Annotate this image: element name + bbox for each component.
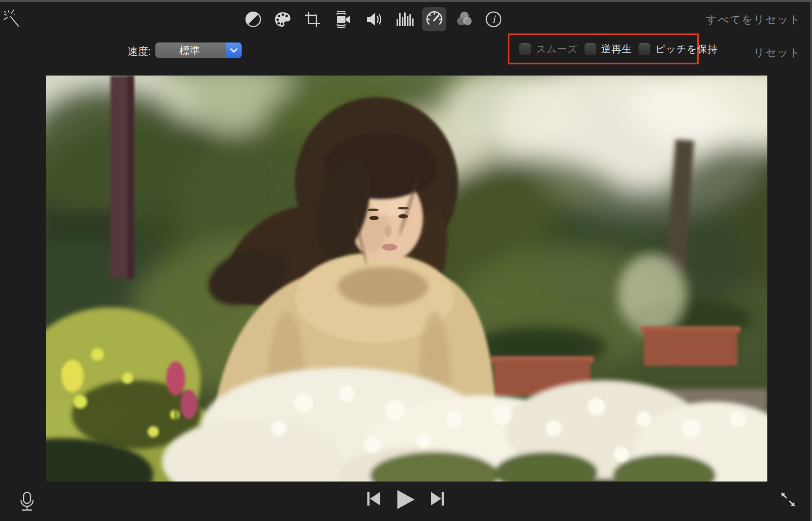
- playback-bar: [0, 482, 812, 521]
- imovie-adjust-window: i すべてをリセット 速度: 標準 スムーズ 逆再生 ピッチを保持 リセット: [0, 0, 812, 521]
- info-button[interactable]: i: [482, 7, 506, 31]
- window-top-edge: [0, 0, 812, 2]
- color-correction-button[interactable]: [270, 7, 294, 31]
- color-palette-icon: [273, 10, 292, 29]
- filters-button[interactable]: [452, 7, 476, 31]
- skip-back-icon: [366, 490, 382, 507]
- volume-icon: [365, 10, 384, 29]
- color-balance-button[interactable]: [241, 7, 265, 31]
- contrast-icon: [244, 10, 262, 28]
- stabilization-icon: [333, 9, 353, 29]
- volume-button[interactable]: [362, 7, 386, 31]
- reset-all-button[interactable]: すべてをリセット: [706, 12, 801, 27]
- noise-reduction-button[interactable]: [392, 7, 416, 31]
- noise-equalizer-icon: [395, 10, 414, 29]
- smooth-checkbox-label: スムーズ: [536, 42, 578, 56]
- speed-label: 速度:: [124, 45, 151, 58]
- reverse-checkbox-box[interactable]: [584, 43, 597, 55]
- skip-back-button[interactable]: [366, 490, 382, 507]
- chevron-down-icon: [226, 42, 242, 58]
- preserve-pitch-checkbox[interactable]: ピッチを保持: [638, 42, 718, 56]
- stabilization-button[interactable]: [331, 7, 355, 31]
- smooth-checkbox-box[interactable]: [519, 43, 531, 55]
- enhance-wand-icon: [3, 9, 21, 27]
- window-scrollbar-strip[interactable]: [810, 2, 812, 521]
- fullscreen-icon: [779, 491, 797, 509]
- reset-button[interactable]: リセット: [754, 45, 801, 60]
- video-frame-image: [46, 76, 767, 482]
- play-button[interactable]: [396, 489, 415, 510]
- preserve-pitch-checkbox-label: ピッチを保持: [655, 42, 718, 56]
- skip-forward-button[interactable]: [429, 490, 445, 507]
- info-icon: i: [485, 10, 503, 28]
- crop-icon: [303, 10, 321, 28]
- speed-button[interactable]: [422, 7, 446, 31]
- smooth-checkbox[interactable]: スムーズ: [519, 42, 578, 56]
- speed-dropdown-value: 標準: [155, 42, 226, 58]
- speed-options-highlight-box: スムーズ 逆再生 ピッチを保持: [508, 33, 699, 64]
- fullscreen-button[interactable]: [779, 491, 797, 511]
- reverse-checkbox[interactable]: 逆再生: [584, 42, 632, 56]
- video-preview: [46, 76, 767, 482]
- speed-icon: [425, 10, 444, 29]
- speed-dropdown[interactable]: 標準: [155, 42, 242, 58]
- play-icon: [396, 489, 415, 510]
- color-filters-icon: [455, 10, 474, 29]
- preserve-pitch-checkbox-box[interactable]: [638, 43, 651, 55]
- reverse-checkbox-label: 逆再生: [601, 42, 632, 56]
- skip-forward-icon: [429, 490, 445, 507]
- svg-text:i: i: [492, 14, 496, 26]
- enhance-button[interactable]: [0, 6, 24, 30]
- crop-button[interactable]: [300, 7, 324, 31]
